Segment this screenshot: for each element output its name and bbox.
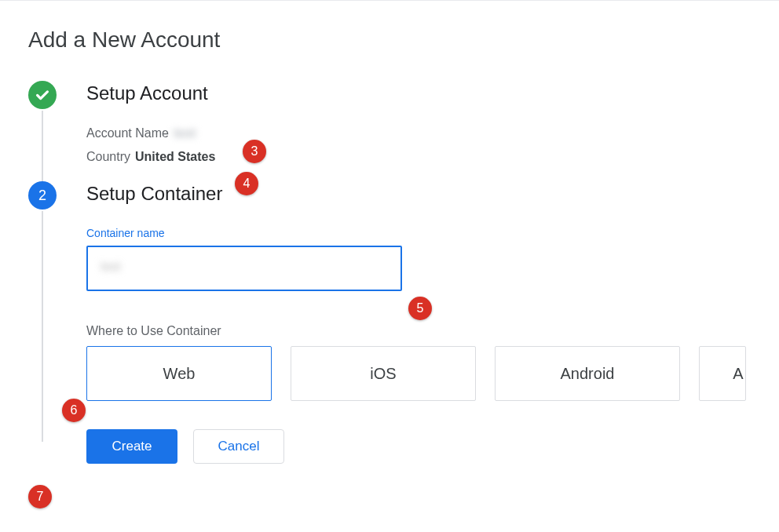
create-button[interactable]: Create [86, 429, 177, 464]
step-number-badge: 2 [28, 181, 57, 210]
cancel-button[interactable]: Cancel [193, 429, 284, 464]
action-buttons: Create Cancel [28, 429, 751, 464]
account-name-label: Account Name [86, 126, 169, 140]
annotation-4: 4 [235, 172, 258, 195]
option-web[interactable]: Web [86, 346, 272, 401]
where-to-use-label: Where to Use Container [86, 324, 751, 338]
check-icon [34, 86, 51, 104]
step-title-container: Setup Container [86, 183, 751, 205]
step-setup-account: Setup Account Account Name test Country … [28, 82, 751, 164]
annotation-3: 3 [243, 140, 266, 163]
container-type-options: Web iOS Android A [86, 346, 751, 401]
country-value: United States [135, 150, 215, 164]
container-name-label: Container name [86, 227, 751, 239]
option-ios[interactable]: iOS [291, 346, 476, 401]
step-connector-line [42, 211, 43, 442]
option-android[interactable]: Android [495, 346, 680, 401]
option-amp[interactable]: A [699, 346, 746, 401]
step-setup-container: 2 Setup Container Container name test Wh… [28, 183, 751, 401]
container-name-input[interactable] [86, 246, 402, 291]
country-label: Country [86, 150, 130, 164]
step-complete-badge [28, 81, 57, 109]
page-title: Add a New Account [28, 27, 751, 53]
annotation-5: 5 [408, 297, 432, 320]
step-title-account: Setup Account [86, 82, 751, 104]
country-summary: Country United States [86, 150, 751, 164]
annotation-6: 6 [62, 399, 86, 422]
annotation-7: 7 [28, 485, 52, 508]
account-name-value: test [174, 126, 196, 140]
account-name-summary: Account Name test [86, 126, 751, 140]
